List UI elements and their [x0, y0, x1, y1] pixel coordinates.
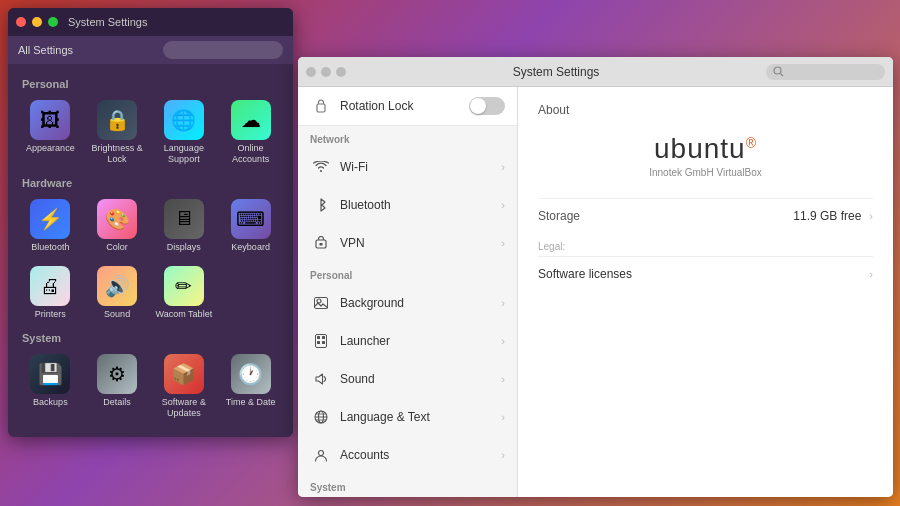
svg-point-5	[317, 299, 321, 303]
sidebar-item-software-updates[interactable]: 📦 Software & Updates	[152, 348, 217, 425]
svg-line-1	[781, 74, 784, 77]
inner-titlebar-title: System Settings	[351, 65, 761, 79]
search-icon	[773, 66, 784, 77]
sidebar-item-wacom-tablet[interactable]: ✏ Wacom Tablet	[152, 260, 217, 326]
left-content: Personal 🖼 Appearance 🔒 Brightness & Loc…	[8, 64, 293, 437]
storage-value: 11.9 GB free	[618, 209, 861, 223]
launcher-chevron: ›	[501, 335, 505, 347]
left-titlebar: System Settings	[8, 8, 293, 36]
details-label: Details	[103, 397, 131, 408]
backups-icon: 💾	[30, 354, 70, 394]
legal-section: Legal: Software licenses ›	[538, 241, 873, 291]
language-text-label: Language & Text	[340, 410, 501, 424]
minimize-button[interactable]	[32, 17, 42, 27]
svg-rect-6	[315, 298, 328, 309]
accounts-chevron: ›	[501, 449, 505, 461]
inner-system-settings-panel: System Settings Rotation Lock	[298, 57, 893, 497]
storage-label: Storage	[538, 209, 618, 223]
displays-icon: 🖥	[164, 199, 204, 239]
appearance-icon: 🖼	[30, 100, 70, 140]
storage-row[interactable]: Storage 11.9 GB free ›	[538, 198, 873, 233]
vpn-label: VPN	[340, 236, 501, 250]
inner-close-button[interactable]	[306, 67, 316, 77]
list-item-accounts[interactable]: Accounts ›	[298, 436, 517, 474]
inner-nav: Rotation Lock Network Wi-Fi ›	[298, 87, 518, 497]
toggle-knob	[470, 98, 486, 114]
personal-grid: 🖼 Appearance 🔒 Brightness & Lock 🌐 Langu…	[18, 94, 283, 171]
sidebar-item-time-date[interactable]: 🕐 Time & Date	[218, 348, 283, 425]
backups-label: Backups	[33, 397, 68, 408]
list-item-launcher[interactable]: Launcher ›	[298, 322, 517, 360]
network-section-header: Network	[298, 126, 517, 148]
sidebar-item-color[interactable]: 🎨 Color	[85, 193, 150, 259]
rotation-lock-icon	[310, 95, 332, 117]
inner-titlebar: System Settings	[298, 57, 893, 87]
inner-personal-section-header: Personal	[298, 262, 517, 284]
sidebar-item-brightness-lock[interactable]: 🔒 Brightness & Lock	[85, 94, 150, 171]
sidebar-item-sound[interactable]: 🔊 Sound	[85, 260, 150, 326]
list-item-background[interactable]: Background ›	[298, 284, 517, 322]
inner-minimize-button[interactable]	[321, 67, 331, 77]
language-text-icon	[310, 406, 332, 428]
close-button[interactable]	[16, 17, 26, 27]
all-settings-label[interactable]: All Settings	[18, 44, 163, 56]
svg-rect-9	[322, 336, 325, 339]
wifi-label: Wi-Fi	[340, 160, 501, 174]
left-search-bar: All Settings	[8, 36, 293, 64]
bluetooth-chevron: ›	[501, 199, 505, 211]
sidebar-item-bluetooth[interactable]: ⚡ Bluetooth	[18, 193, 83, 259]
left-system-settings-panel: System Settings All Settings Personal 🖼 …	[8, 8, 293, 437]
ubuntu-trademark: ®	[746, 135, 757, 151]
wacom-tablet-icon: ✏	[164, 266, 204, 306]
list-item-language-text[interactable]: Language & Text ›	[298, 398, 517, 436]
software-updates-icon: 📦	[164, 354, 204, 394]
displays-label: Displays	[167, 242, 201, 253]
list-item-vpn[interactable]: VPN ›	[298, 224, 517, 262]
list-item-bluetooth[interactable]: Bluetooth ›	[298, 186, 517, 224]
sidebar-item-printers[interactable]: 🖨 Printers	[18, 260, 83, 326]
personal-section-header: Personal	[22, 78, 283, 90]
background-chevron: ›	[501, 297, 505, 309]
list-item-wifi[interactable]: Wi-Fi ›	[298, 148, 517, 186]
brightness-lock-icon: 🔒	[97, 100, 137, 140]
vpn-icon	[310, 232, 332, 254]
svg-point-0	[774, 67, 781, 74]
sidebar-item-keyboard[interactable]: ⌨ Keyboard	[218, 193, 283, 259]
online-accounts-icon: ☁	[231, 100, 271, 140]
accounts-label: Accounts	[340, 448, 501, 462]
sidebar-item-appearance[interactable]: 🖼 Appearance	[18, 94, 83, 171]
rotation-lock-row: Rotation Lock	[298, 87, 517, 126]
software-updates-label: Software & Updates	[154, 397, 215, 419]
inner-maximize-button[interactable]	[336, 67, 346, 77]
svg-rect-8	[317, 336, 320, 339]
sidebar-item-displays[interactable]: 🖥 Displays	[152, 193, 217, 259]
language-support-label: Language Support	[154, 143, 215, 165]
svg-point-17	[319, 451, 324, 456]
appearance-label: Appearance	[26, 143, 75, 154]
wifi-icon	[310, 156, 332, 178]
left-search-input[interactable]	[163, 41, 283, 59]
inner-system-section-header: System	[298, 474, 517, 496]
sidebar-item-language-support[interactable]: 🌐 Language Support	[152, 94, 217, 171]
ubuntu-wordmark: ubuntu®	[538, 133, 873, 165]
maximize-button[interactable]	[48, 17, 58, 27]
time-date-label: Time & Date	[226, 397, 276, 408]
sound-nav-label: Sound	[340, 372, 501, 386]
sidebar-item-details[interactable]: ⚙ Details	[85, 348, 150, 425]
inner-search-input[interactable]	[788, 66, 878, 78]
time-date-icon: 🕐	[231, 354, 271, 394]
svg-rect-11	[322, 341, 325, 344]
printers-label: Printers	[35, 309, 66, 320]
printers-icon: 🖨	[30, 266, 70, 306]
sidebar-item-backups[interactable]: 💾 Backups	[18, 348, 83, 425]
svg-rect-10	[317, 341, 320, 344]
about-panel: About ubuntu® Innotek GmbH VirtualBox St…	[518, 87, 893, 497]
list-item-sound[interactable]: Sound ›	[298, 360, 517, 398]
rotation-lock-toggle[interactable]	[469, 97, 505, 115]
launcher-label: Launcher	[340, 334, 501, 348]
details-icon: ⚙	[97, 354, 137, 394]
system-grid: 💾 Backups ⚙ Details 📦 Software & Updates…	[18, 348, 283, 425]
language-support-icon: 🌐	[164, 100, 204, 140]
sidebar-item-online-accounts[interactable]: ☁ Online Accounts	[218, 94, 283, 171]
software-licenses-row[interactable]: Software licenses ›	[538, 256, 873, 291]
